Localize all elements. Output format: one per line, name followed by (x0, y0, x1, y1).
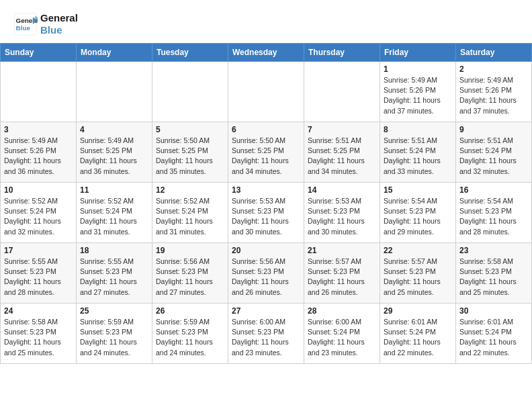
logo-icon: General Blue (13, 12, 38, 36)
day-number: 9 (459, 125, 528, 134)
day-number: 4 (80, 125, 148, 134)
day-number: 7 (308, 125, 376, 134)
weekday-monday: Monday (77, 44, 152, 62)
day-number: 11 (80, 185, 148, 195)
calendar-cell: 22Sunrise: 5:57 AMSunset: 5:23 PMDayligh… (380, 243, 456, 304)
weekday-tuesday: Tuesday (152, 44, 228, 62)
weekday-friday: Friday (380, 44, 456, 62)
day-number: 6 (232, 125, 300, 134)
page: General Blue GeneralBlue SundayMondayTue… (0, 0, 532, 364)
day-number: 14 (308, 185, 376, 195)
week-row-2: 3Sunrise: 5:49 AMSunset: 5:26 PMDaylight… (1, 122, 532, 183)
week-row-1: 1Sunrise: 5:49 AMSunset: 5:26 PMDaylight… (1, 62, 532, 122)
calendar-cell: 13Sunrise: 5:53 AMSunset: 5:23 PMDayligh… (228, 183, 304, 243)
day-info: Sunrise: 5:56 AMSunset: 5:23 PMDaylight:… (232, 257, 300, 298)
calendar-cell: 20Sunrise: 5:56 AMSunset: 5:23 PMDayligh… (228, 243, 304, 304)
svg-text:Blue: Blue (16, 24, 31, 32)
day-number: 26 (156, 306, 224, 316)
day-number: 13 (232, 185, 300, 195)
day-number: 2 (459, 64, 528, 74)
day-info: Sunrise: 5:56 AMSunset: 5:23 PMDaylight:… (156, 257, 224, 298)
day-number: 15 (384, 185, 452, 195)
day-info: Sunrise: 5:59 AMSunset: 5:23 PMDaylight:… (80, 317, 148, 358)
day-number: 23 (459, 246, 528, 255)
calendar-cell: 16Sunrise: 5:54 AMSunset: 5:23 PMDayligh… (456, 183, 532, 243)
day-number: 27 (232, 306, 300, 316)
day-info: Sunrise: 5:59 AMSunset: 5:23 PMDaylight:… (156, 317, 224, 358)
calendar-cell: 27Sunrise: 6:00 AMSunset: 5:23 PMDayligh… (228, 304, 304, 364)
calendar-table: SundayMondayTuesdayWednesdayThursdayFrid… (0, 43, 532, 364)
calendar-cell: 10Sunrise: 5:52 AMSunset: 5:24 PMDayligh… (1, 183, 77, 243)
day-number: 1 (384, 64, 452, 74)
day-number: 19 (156, 246, 224, 255)
header: General Blue GeneralBlue (0, 0, 532, 43)
calendar-cell: 9Sunrise: 5:51 AMSunset: 5:24 PMDaylight… (456, 122, 532, 183)
day-number: 25 (80, 306, 148, 316)
day-number: 16 (459, 185, 528, 195)
day-number: 29 (384, 306, 452, 316)
day-info: Sunrise: 5:58 AMSunset: 5:23 PMDaylight:… (4, 317, 73, 358)
weekday-saturday: Saturday (456, 44, 532, 62)
day-number: 21 (308, 246, 376, 255)
calendar-cell: 15Sunrise: 5:54 AMSunset: 5:23 PMDayligh… (380, 183, 456, 243)
day-info: Sunrise: 5:52 AMSunset: 5:24 PMDaylight:… (4, 196, 73, 237)
calendar-cell: 25Sunrise: 5:59 AMSunset: 5:23 PMDayligh… (77, 304, 152, 364)
calendar-cell: 30Sunrise: 6:01 AMSunset: 5:24 PMDayligh… (456, 304, 532, 364)
day-info: Sunrise: 6:00 AMSunset: 5:23 PMDaylight:… (232, 317, 300, 358)
calendar-cell: 6Sunrise: 5:50 AMSunset: 5:25 PMDaylight… (228, 122, 304, 183)
calendar-cell: 4Sunrise: 5:49 AMSunset: 5:25 PMDaylight… (77, 122, 152, 183)
day-info: Sunrise: 6:01 AMSunset: 5:24 PMDaylight:… (384, 317, 452, 358)
logo: General Blue GeneralBlue (13, 12, 78, 36)
logo-text: GeneralBlue (40, 12, 78, 36)
day-info: Sunrise: 5:53 AMSunset: 5:23 PMDaylight:… (232, 196, 300, 237)
calendar-cell (152, 62, 228, 122)
weekday-sunday: Sunday (1, 44, 77, 62)
day-info: Sunrise: 5:49 AMSunset: 5:26 PMDaylight:… (459, 75, 528, 116)
day-info: Sunrise: 5:54 AMSunset: 5:23 PMDaylight:… (459, 196, 528, 237)
day-info: Sunrise: 5:49 AMSunset: 5:26 PMDaylight:… (4, 136, 73, 177)
calendar-cell: 14Sunrise: 5:53 AMSunset: 5:23 PMDayligh… (304, 183, 380, 243)
day-info: Sunrise: 5:50 AMSunset: 5:25 PMDaylight:… (232, 136, 300, 177)
calendar-cell: 3Sunrise: 5:49 AMSunset: 5:26 PMDaylight… (1, 122, 77, 183)
calendar-cell: 11Sunrise: 5:52 AMSunset: 5:24 PMDayligh… (77, 183, 152, 243)
calendar-cell (1, 62, 77, 122)
day-info: Sunrise: 5:54 AMSunset: 5:23 PMDaylight:… (384, 196, 452, 237)
calendar-cell: 7Sunrise: 5:51 AMSunset: 5:25 PMDaylight… (304, 122, 380, 183)
week-row-4: 17Sunrise: 5:55 AMSunset: 5:23 PMDayligh… (1, 243, 532, 304)
day-info: Sunrise: 5:50 AMSunset: 5:25 PMDaylight:… (156, 136, 224, 177)
calendar-cell: 19Sunrise: 5:56 AMSunset: 5:23 PMDayligh… (152, 243, 228, 304)
day-info: Sunrise: 5:58 AMSunset: 5:23 PMDaylight:… (459, 257, 528, 298)
day-info: Sunrise: 5:52 AMSunset: 5:24 PMDaylight:… (156, 196, 224, 237)
day-number: 20 (232, 246, 300, 255)
day-info: Sunrise: 6:00 AMSunset: 5:24 PMDaylight:… (308, 317, 376, 358)
calendar-cell: 21Sunrise: 5:57 AMSunset: 5:23 PMDayligh… (304, 243, 380, 304)
weekday-thursday: Thursday (304, 44, 380, 62)
day-number: 17 (4, 246, 73, 255)
calendar-cell: 8Sunrise: 5:51 AMSunset: 5:24 PMDaylight… (380, 122, 456, 183)
day-info: Sunrise: 5:49 AMSunset: 5:26 PMDaylight:… (384, 75, 452, 116)
calendar-cell: 23Sunrise: 5:58 AMSunset: 5:23 PMDayligh… (456, 243, 532, 304)
day-info: Sunrise: 5:51 AMSunset: 5:25 PMDaylight:… (308, 136, 376, 177)
day-number: 10 (4, 185, 73, 195)
day-info: Sunrise: 5:52 AMSunset: 5:24 PMDaylight:… (80, 196, 148, 237)
weekday-header-row: SundayMondayTuesdayWednesdayThursdayFrid… (1, 44, 532, 62)
calendar-cell (228, 62, 304, 122)
day-info: Sunrise: 6:01 AMSunset: 5:24 PMDaylight:… (459, 317, 528, 358)
calendar-cell: 28Sunrise: 6:00 AMSunset: 5:24 PMDayligh… (304, 304, 380, 364)
day-info: Sunrise: 5:51 AMSunset: 5:24 PMDaylight:… (459, 136, 528, 177)
day-number: 5 (156, 125, 224, 134)
day-number: 28 (308, 306, 376, 316)
week-row-5: 24Sunrise: 5:58 AMSunset: 5:23 PMDayligh… (1, 304, 532, 364)
day-info: Sunrise: 5:49 AMSunset: 5:25 PMDaylight:… (80, 136, 148, 177)
calendar-cell: 29Sunrise: 6:01 AMSunset: 5:24 PMDayligh… (380, 304, 456, 364)
calendar-cell: 2Sunrise: 5:49 AMSunset: 5:26 PMDaylight… (456, 62, 532, 122)
calendar-cell: 5Sunrise: 5:50 AMSunset: 5:25 PMDaylight… (152, 122, 228, 183)
weekday-wednesday: Wednesday (228, 44, 304, 62)
day-number: 24 (4, 306, 73, 316)
calendar-cell (304, 62, 380, 122)
day-info: Sunrise: 5:57 AMSunset: 5:23 PMDaylight:… (308, 257, 376, 298)
day-number: 12 (156, 185, 224, 195)
day-number: 8 (384, 125, 452, 134)
day-number: 22 (384, 246, 452, 255)
calendar-cell: 12Sunrise: 5:52 AMSunset: 5:24 PMDayligh… (152, 183, 228, 243)
